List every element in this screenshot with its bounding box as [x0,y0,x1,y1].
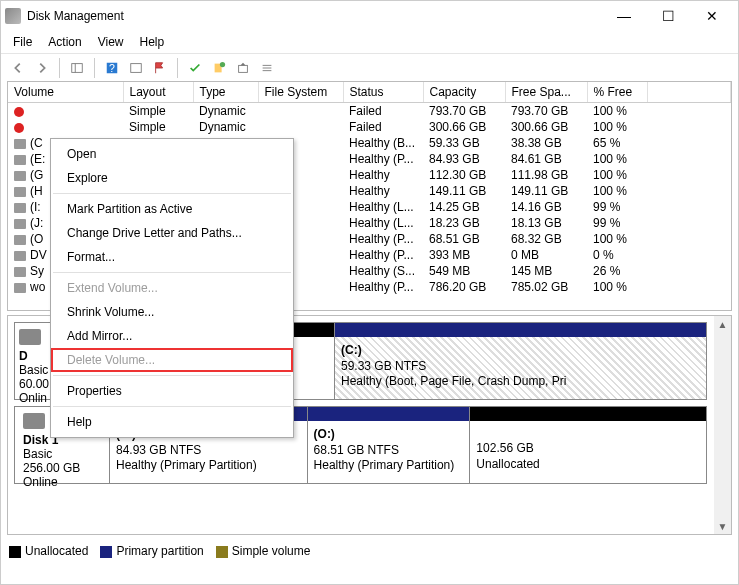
volume-icon [14,283,26,293]
disk1-o-status: Healthy (Primary Partition) [314,458,455,472]
disk0-name: D [19,349,28,363]
menu-help[interactable]: Help [132,33,173,51]
ctx-mirror[interactable]: Add Mirror... [51,324,293,348]
legend-primary-swatch [100,546,112,558]
svg-point-6 [220,61,225,66]
table-row[interactable]: SimpleDynamicFailed300.66 GB300.66 GB100… [8,119,731,135]
disk1-o-size: 68.51 GB NTFS [314,443,399,457]
volume-icon [14,187,26,197]
legend-unallocated: Unallocated [25,544,88,558]
ctx-format[interactable]: Format... [51,245,293,269]
toolbar: ? [1,53,738,81]
volume-icon [14,107,24,117]
app-icon [5,8,21,24]
menu-file[interactable]: File [5,33,40,51]
detach-icon[interactable] [232,57,254,79]
ctx-open[interactable]: Open [51,142,293,166]
legend-unallocated-swatch [9,546,21,558]
volume-icon [14,203,26,213]
volume-icon [14,235,26,245]
forward-button[interactable] [31,57,53,79]
back-button[interactable] [7,57,29,79]
disk1-unallocated[interactable]: 102.56 GB Unallocated [470,407,706,483]
volume-icon [14,139,26,149]
col-status[interactable]: Status [343,82,423,103]
disk1-type: Basic [23,447,52,461]
new-icon[interactable] [208,57,230,79]
volume-icon [14,155,26,165]
disk1-o-title: (O:) [314,427,335,441]
menubar: File Action View Help [1,31,738,53]
volume-icon [14,267,26,277]
menu-view[interactable]: View [90,33,132,51]
legend-simple-swatch [216,546,228,558]
disk0-part-c[interactable]: (C:) 59.33 GB NTFS Healthy (Boot, Page F… [335,323,706,399]
minimize-button[interactable]: — [602,1,646,31]
ctx-explore[interactable]: Explore [51,166,293,190]
disk1-part-o[interactable]: (O:) 68.51 GB NTFS Healthy (Primary Part… [308,407,471,483]
svg-rect-4 [131,63,142,72]
disk-icon [23,413,45,429]
col-free[interactable]: Free Spa... [505,82,587,103]
ctx-delete-volume: Delete Volume... [51,348,293,372]
col-capacity[interactable]: Capacity [423,82,505,103]
svg-rect-0 [72,63,83,72]
disk0-c-size: 59.33 GB NTFS [341,359,426,373]
disk0-size: 60.00 [19,377,49,391]
disk0-c-status: Healthy (Boot, Page File, Crash Dump, Pr… [341,374,566,388]
disk1-e-size: 84.93 GB NTFS [116,443,201,457]
disk0-c-title: (C:) [341,343,362,357]
legend-primary: Primary partition [116,544,203,558]
flag-icon[interactable] [149,57,171,79]
list-icon[interactable] [256,57,278,79]
volume-icon [14,123,24,133]
ctx-shrink[interactable]: Shrink Volume... [51,300,293,324]
settings-icon[interactable] [125,57,147,79]
disk0-type: Basic [19,363,48,377]
ctx-help[interactable]: Help [51,410,293,434]
legend: Unallocated Primary partition Simple vol… [1,535,738,567]
ctx-properties[interactable]: Properties [51,379,293,403]
col-filesystem[interactable]: File System [258,82,343,103]
disk1-status: Online [23,475,58,489]
ctx-mark-active[interactable]: Mark Partition as Active [51,197,293,221]
help-icon[interactable]: ? [101,57,123,79]
window-title: Disk Management [27,9,602,23]
titlebar: Disk Management — ☐ ✕ [1,1,738,31]
disk1-un-status: Unallocated [476,457,539,471]
context-menu: Open Explore Mark Partition as Active Ch… [50,138,294,438]
col-type[interactable]: Type [193,82,258,103]
disk-icon [19,329,41,345]
scroll-down-icon[interactable]: ▼ [718,518,728,534]
legend-simple: Simple volume [232,544,311,558]
check-icon[interactable] [184,57,206,79]
maximize-button[interactable]: ☐ [646,1,690,31]
menu-action[interactable]: Action [40,33,89,51]
close-button[interactable]: ✕ [690,1,734,31]
volume-icon [14,171,26,181]
ctx-extend: Extend Volume... [51,276,293,300]
col-pct[interactable]: % Free [587,82,647,103]
disk1-e-status: Healthy (Primary Partition) [116,458,257,472]
col-layout[interactable]: Layout [123,82,193,103]
disk1-size: 256.00 GB [23,461,80,475]
col-volume[interactable]: Volume [8,82,123,103]
table-row[interactable]: SimpleDynamicFailed793.70 GB793.70 GB100… [8,103,731,120]
scroll-up-icon[interactable]: ▲ [718,316,728,332]
disk0-header: D Basic 60.00 Onlin [15,323,55,399]
disk1-un-size: 102.56 GB [476,441,533,455]
volume-icon [14,219,26,229]
svg-text:?: ? [109,61,115,73]
scrollbar[interactable]: ▲ ▼ [714,316,731,534]
ctx-change-letter[interactable]: Change Drive Letter and Paths... [51,221,293,245]
disk0-status: Onlin [19,391,47,405]
volume-icon [14,251,26,261]
show-hide-icon[interactable] [66,57,88,79]
svg-rect-7 [239,65,248,72]
